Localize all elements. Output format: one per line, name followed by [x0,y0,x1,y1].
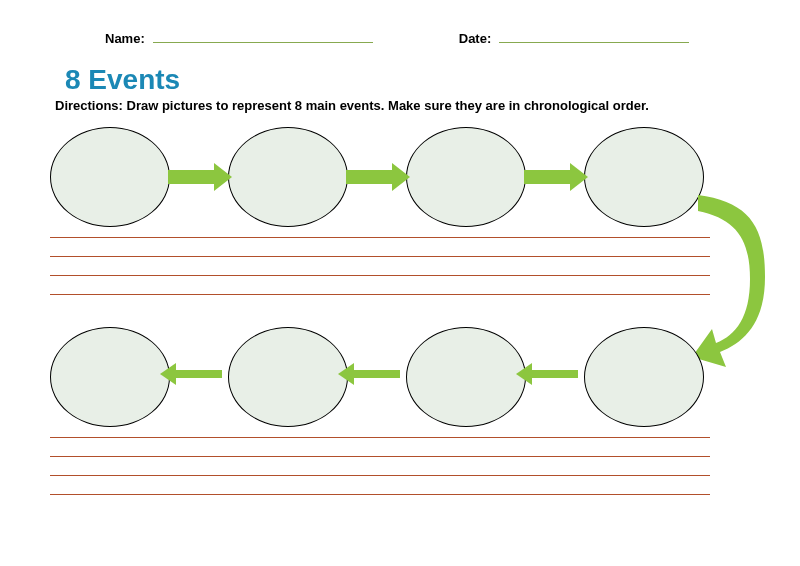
date-label: Date: [459,31,492,46]
date-input-line[interactable] [499,30,689,43]
writing-lines-row1[interactable] [50,237,710,295]
arrow-left-icon [530,370,578,378]
arrow-left-icon [352,370,400,378]
header-fields: Name: Date: [105,30,745,46]
arrow-right-icon [168,170,216,184]
directions-text: Directions: Draw pictures to represent 8… [55,98,745,113]
event-circle-7[interactable] [228,327,348,427]
arrow-right-icon [524,170,572,184]
arrow-left-icon [174,370,222,378]
event-circle-2[interactable] [228,127,348,227]
name-input-line[interactable] [153,30,373,43]
worksheet-page: Name: Date: 8 Events Directions: Draw pi… [0,0,800,497]
event-circle-6[interactable] [406,327,526,427]
event-circle-5[interactable] [584,327,704,427]
events-diagram [50,127,740,477]
page-title: 8 Events [65,64,745,96]
event-circle-1[interactable] [50,127,170,227]
event-circle-4[interactable] [584,127,704,227]
name-label: Name: [105,31,145,46]
writing-lines-row2[interactable] [50,437,710,495]
event-circle-3[interactable] [406,127,526,227]
arrow-right-icon [346,170,394,184]
event-circle-8[interactable] [50,327,170,427]
